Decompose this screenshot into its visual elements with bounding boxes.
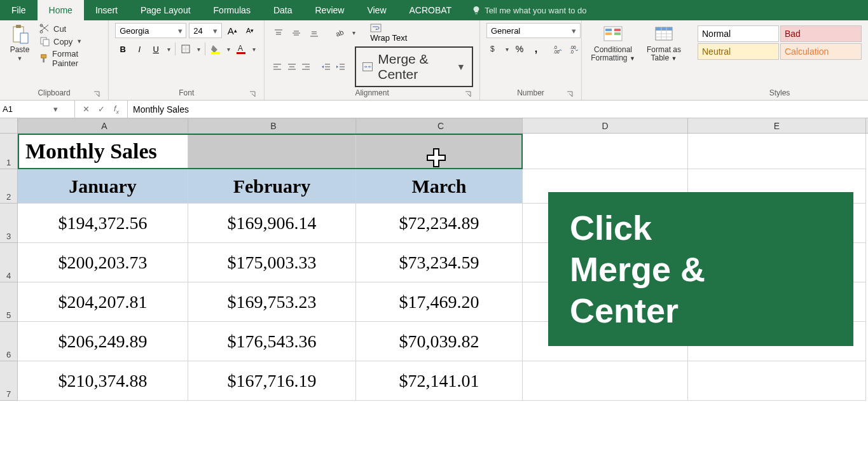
accounting-dropdown[interactable]: ▾: [503, 46, 511, 53]
row-header-4[interactable]: 4: [0, 243, 18, 282]
cell-c3[interactable]: $72,234.89: [356, 204, 523, 243]
merge-center-dropdown[interactable]: ▼: [453, 62, 465, 72]
fill-color-dropdown[interactable]: ▾: [224, 46, 232, 53]
decrease-decimal-button[interactable]: .00.0: [567, 42, 582, 56]
cell-b1[interactable]: [188, 134, 356, 169]
fx-button[interactable]: fx: [109, 102, 123, 116]
orientation-dropdown[interactable]: ▾: [350, 29, 357, 36]
cell-b3[interactable]: $169,906.14: [188, 204, 356, 243]
enter-formula-button[interactable]: ✓: [94, 102, 108, 116]
decrease-font-button[interactable]: A▾: [242, 24, 258, 38]
font-name-select[interactable]: ▾: [115, 23, 186, 38]
chevron-down-icon[interactable]: ▾: [176, 26, 184, 36]
cell-a1[interactable]: Monthly Sales: [18, 134, 188, 169]
cell-e1[interactable]: [688, 134, 866, 169]
tab-insert[interactable]: Insert: [84, 0, 129, 20]
font-color-dropdown[interactable]: ▾: [250, 46, 258, 53]
cell-a2[interactable]: January: [18, 169, 188, 204]
align-bottom-button[interactable]: [307, 26, 322, 40]
chevron-down-icon[interactable]: ▾: [53, 104, 58, 114]
row-header-5[interactable]: 5: [0, 282, 18, 322]
cell-c2[interactable]: March: [356, 169, 523, 204]
row-header-3[interactable]: 3: [0, 204, 18, 243]
cell-c7[interactable]: $72,141.01: [356, 361, 523, 401]
number-format-input[interactable]: [491, 26, 570, 36]
align-center-button[interactable]: [286, 60, 298, 74]
tell-me-search[interactable]: Tell me what you want to do: [463, 0, 595, 20]
cut-button[interactable]: Cut: [38, 23, 102, 34]
align-top-button[interactable]: [271, 26, 286, 40]
cancel-formula-button[interactable]: ✕: [79, 102, 93, 116]
cell-a5[interactable]: $204,207.81: [18, 282, 188, 322]
cell-a6[interactable]: $206,249.89: [18, 322, 188, 361]
tab-page-layout[interactable]: Page Layout: [129, 0, 202, 20]
cell-d7[interactable]: [523, 361, 688, 401]
wrap-text-button[interactable]: Wrap Text: [370, 23, 407, 43]
align-middle-button[interactable]: [289, 26, 304, 40]
cell-a7[interactable]: $210,374.88: [18, 361, 188, 401]
col-header-e[interactable]: E: [688, 118, 866, 133]
tab-review[interactable]: Review: [304, 0, 356, 20]
underline-dropdown[interactable]: ▾: [165, 46, 172, 53]
clipboard-launcher[interactable]: [93, 90, 100, 98]
cell-d1[interactable]: [523, 134, 688, 169]
decrease-indent-button[interactable]: [320, 60, 333, 74]
style-normal[interactable]: Normal: [698, 25, 779, 42]
select-all-corner[interactable]: [0, 118, 18, 133]
number-launcher[interactable]: [566, 90, 574, 98]
tab-file[interactable]: File: [0, 0, 38, 20]
cell-c4[interactable]: $73,234.59: [356, 243, 523, 282]
conditional-formatting-button[interactable]: Conditional Formatting ▼: [588, 23, 638, 64]
cell-c5[interactable]: $17,469.20: [356, 282, 523, 322]
style-calculation[interactable]: Calculation: [780, 43, 862, 60]
row-header-6[interactable]: 6: [0, 322, 18, 361]
underline-button[interactable]: U: [148, 42, 163, 56]
comma-button[interactable]: ,: [528, 42, 544, 56]
col-header-c[interactable]: C: [356, 118, 523, 134]
number-format-select[interactable]: ▾: [486, 23, 581, 38]
tab-formulas[interactable]: Formulas: [202, 0, 262, 20]
style-neutral[interactable]: Neutral: [698, 43, 779, 60]
row-header-7[interactable]: 7: [0, 361, 18, 401]
paste-button[interactable]: Paste ▼: [6, 23, 33, 63]
font-size-select[interactable]: ▾: [189, 23, 222, 38]
alignment-launcher[interactable]: [464, 90, 472, 98]
align-left-button[interactable]: [271, 60, 283, 74]
tab-acrobat[interactable]: ACROBAT: [398, 0, 464, 20]
name-box-input[interactable]: [3, 104, 53, 114]
cell-e7[interactable]: [688, 361, 866, 401]
format-as-table-button[interactable]: Format as Table ▼: [643, 23, 685, 64]
format-painter-button[interactable]: Format Painter: [38, 48, 102, 69]
col-header-b[interactable]: B: [188, 118, 356, 134]
formula-input[interactable]: [133, 104, 863, 114]
borders-button[interactable]: [178, 42, 193, 56]
chevron-down-icon[interactable]: ▾: [570, 26, 579, 36]
font-name-input[interactable]: [120, 26, 176, 36]
align-right-button[interactable]: [300, 60, 312, 74]
cell-a4[interactable]: $200,203.73: [18, 243, 188, 282]
increase-font-button[interactable]: A▴: [224, 24, 240, 38]
cell-b4[interactable]: $175,003.33: [188, 243, 356, 282]
cell-b6[interactable]: $176,543.36: [188, 322, 356, 361]
percent-button[interactable]: %: [512, 42, 527, 56]
font-size-input[interactable]: [193, 26, 210, 36]
cell-b2[interactable]: February: [188, 169, 356, 204]
name-box[interactable]: ▾: [0, 101, 75, 118]
bold-button[interactable]: B: [115, 42, 130, 56]
col-header-d[interactable]: D: [523, 118, 688, 133]
accounting-format-button[interactable]: $: [486, 42, 502, 56]
borders-dropdown[interactable]: ▾: [195, 46, 202, 53]
increase-indent-button[interactable]: [334, 60, 347, 74]
chevron-down-icon[interactable]: ▾: [210, 26, 220, 36]
tab-home[interactable]: Home: [38, 0, 84, 20]
cell-b7[interactable]: $167,716.19: [188, 361, 356, 401]
row-header-1[interactable]: 1: [0, 134, 18, 169]
tab-view[interactable]: View: [355, 0, 397, 20]
row-header-2[interactable]: 2: [0, 169, 18, 204]
font-color-button[interactable]: A: [233, 42, 249, 56]
col-header-a[interactable]: A: [18, 118, 188, 134]
copy-button[interactable]: Copy ▼: [38, 36, 102, 47]
increase-decimal-button[interactable]: .0.00: [550, 42, 565, 56]
orientation-button[interactable]: ab: [332, 26, 347, 40]
merge-center-button[interactable]: Merge & Center ▼: [355, 46, 473, 87]
